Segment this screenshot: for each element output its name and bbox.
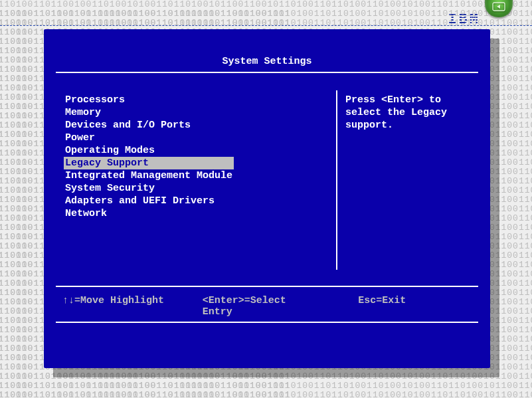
menu-item-processors[interactable]: Processors [64, 94, 234, 106]
help-line: Press <Enter> to [345, 94, 474, 106]
menu-item-memory[interactable]: Memory [64, 106, 234, 119]
divider-top [56, 72, 478, 73]
hint-move: ↑↓=Move Highlight [62, 295, 179, 318]
divider-bottom [56, 322, 478, 323]
settings-menu: Processors Memory Devices and I/O Ports … [64, 94, 234, 220]
menu-item-imm[interactable]: Integrated Management Module [64, 169, 234, 182]
help-line: support. [345, 119, 474, 132]
menu-item-power[interactable]: Power [64, 132, 234, 144]
menu-item-adapters-uefi[interactable]: Adapters and UEFI Drivers [64, 195, 234, 207]
divider-vertical [336, 90, 337, 270]
menu-item-devices-io-ports[interactable]: Devices and I/O Ports [64, 119, 234, 132]
help-line: select the Legacy [345, 106, 474, 119]
page-title: System Settings [44, 56, 490, 67]
key-hints: ↑↓=Move Highlight <Enter>=Select Entry E… [62, 295, 474, 318]
menu-item-network[interactable]: Network [64, 207, 234, 220]
bios-panel: System Settings Processors Memory Device… [44, 29, 490, 368]
divider-middle [56, 286, 478, 287]
menu-item-operating-modes[interactable]: Operating Modes [64, 144, 234, 157]
menu-item-system-security[interactable]: System Security [64, 182, 234, 195]
hint-exit: Esc=Exit [318, 295, 474, 318]
ibm-logo: IBM [448, 11, 480, 28]
context-help: Press <Enter> to select the Legacy suppo… [345, 94, 474, 132]
menu-item-legacy-support[interactable]: Legacy Support [64, 157, 234, 169]
hint-select: <Enter>=Select Entry [179, 295, 319, 318]
